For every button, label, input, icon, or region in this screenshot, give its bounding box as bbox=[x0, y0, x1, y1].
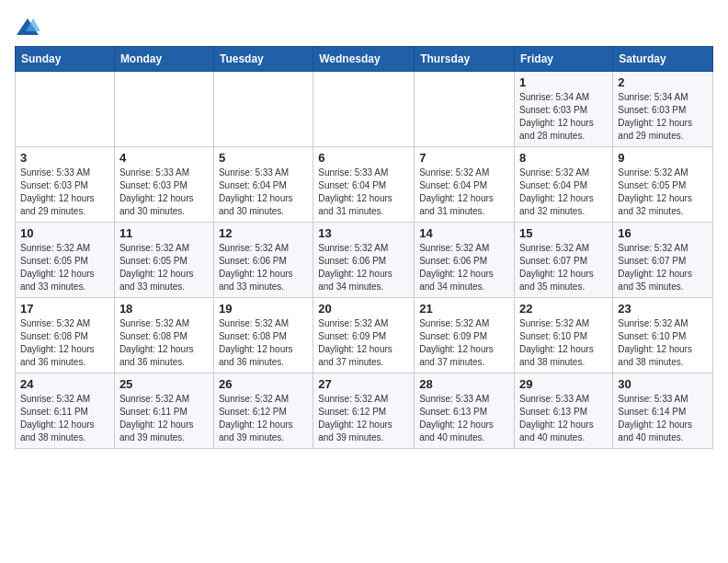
day-cell: 16Sunrise: 5:32 AM Sunset: 6:07 PM Dayli… bbox=[613, 223, 713, 298]
day-number: 5 bbox=[219, 151, 308, 165]
day-number: 17 bbox=[20, 302, 109, 316]
day-cell: 26Sunrise: 5:32 AM Sunset: 6:12 PM Dayli… bbox=[213, 373, 313, 449]
day-number: 22 bbox=[519, 302, 608, 316]
day-number: 14 bbox=[419, 226, 509, 240]
day-info: Sunrise: 5:33 AM Sunset: 6:14 PM Dayligh… bbox=[618, 393, 708, 444]
day-cell: 8Sunrise: 5:32 AM Sunset: 6:04 PM Daylig… bbox=[515, 147, 613, 223]
day-number: 12 bbox=[219, 226, 308, 240]
day-cell: 6Sunrise: 5:33 AM Sunset: 6:04 PM Daylig… bbox=[313, 147, 415, 223]
day-info: Sunrise: 5:32 AM Sunset: 6:06 PM Dayligh… bbox=[219, 242, 308, 293]
day-cell: 10Sunrise: 5:32 AM Sunset: 6:05 PM Dayli… bbox=[16, 223, 115, 298]
day-cell: 15Sunrise: 5:32 AM Sunset: 6:07 PM Dayli… bbox=[515, 223, 613, 298]
day-cell: 3Sunrise: 5:33 AM Sunset: 6:03 PM Daylig… bbox=[16, 147, 115, 223]
day-cell bbox=[313, 72, 415, 147]
day-info: Sunrise: 5:32 AM Sunset: 6:04 PM Dayligh… bbox=[519, 167, 608, 218]
day-info: Sunrise: 5:32 AM Sunset: 6:07 PM Dayligh… bbox=[618, 242, 708, 293]
day-info: Sunrise: 5:34 AM Sunset: 6:03 PM Dayligh… bbox=[618, 91, 708, 143]
logo bbox=[15, 15, 44, 40]
day-info: Sunrise: 5:32 AM Sunset: 6:07 PM Dayligh… bbox=[519, 242, 608, 293]
day-cell: 20Sunrise: 5:32 AM Sunset: 6:09 PM Dayli… bbox=[313, 298, 415, 373]
day-cell: 28Sunrise: 5:33 AM Sunset: 6:13 PM Dayli… bbox=[415, 373, 515, 449]
day-number: 3 bbox=[20, 151, 109, 165]
day-cell: 13Sunrise: 5:32 AM Sunset: 6:06 PM Dayli… bbox=[313, 223, 415, 298]
day-info: Sunrise: 5:32 AM Sunset: 6:11 PM Dayligh… bbox=[119, 393, 209, 444]
day-number: 28 bbox=[419, 377, 509, 391]
day-info: Sunrise: 5:32 AM Sunset: 6:06 PM Dayligh… bbox=[419, 242, 509, 293]
day-cell: 24Sunrise: 5:32 AM Sunset: 6:11 PM Dayli… bbox=[16, 373, 115, 449]
day-cell: 12Sunrise: 5:32 AM Sunset: 6:06 PM Dayli… bbox=[213, 223, 313, 298]
day-cell: 4Sunrise: 5:33 AM Sunset: 6:03 PM Daylig… bbox=[114, 147, 213, 223]
day-cell: 19Sunrise: 5:32 AM Sunset: 6:08 PM Dayli… bbox=[213, 298, 313, 373]
day-number: 10 bbox=[20, 226, 109, 240]
header-cell-thursday: Thursday bbox=[415, 47, 515, 72]
header-cell-wednesday: Wednesday bbox=[313, 47, 415, 72]
day-number: 9 bbox=[618, 151, 708, 165]
day-number: 15 bbox=[519, 226, 608, 240]
day-number: 30 bbox=[618, 377, 708, 391]
day-cell: 22Sunrise: 5:32 AM Sunset: 6:10 PM Dayli… bbox=[515, 298, 613, 373]
header-cell-saturday: Saturday bbox=[613, 47, 713, 72]
header-cell-friday: Friday bbox=[515, 47, 613, 72]
day-cell: 2Sunrise: 5:34 AM Sunset: 6:03 PM Daylig… bbox=[613, 72, 713, 147]
day-info: Sunrise: 5:32 AM Sunset: 6:12 PM Dayligh… bbox=[219, 393, 308, 444]
week-row-5: 24Sunrise: 5:32 AM Sunset: 6:11 PM Dayli… bbox=[16, 373, 713, 449]
day-number: 24 bbox=[20, 377, 109, 391]
day-info: Sunrise: 5:32 AM Sunset: 6:10 PM Dayligh… bbox=[519, 317, 608, 369]
day-cell: 9Sunrise: 5:32 AM Sunset: 6:05 PM Daylig… bbox=[613, 147, 713, 223]
day-info: Sunrise: 5:32 AM Sunset: 6:09 PM Dayligh… bbox=[419, 317, 509, 369]
day-info: Sunrise: 5:32 AM Sunset: 6:10 PM Dayligh… bbox=[618, 317, 708, 369]
header-cell-monday: Monday bbox=[114, 47, 213, 72]
calendar-table: SundayMondayTuesdayWednesdayThursdayFrid… bbox=[15, 46, 713, 449]
day-info: Sunrise: 5:33 AM Sunset: 6:03 PM Dayligh… bbox=[20, 167, 109, 218]
day-number: 29 bbox=[519, 377, 608, 391]
day-number: 1 bbox=[519, 75, 608, 89]
week-row-3: 10Sunrise: 5:32 AM Sunset: 6:05 PM Dayli… bbox=[16, 223, 713, 298]
day-number: 19 bbox=[219, 302, 308, 316]
day-cell: 25Sunrise: 5:32 AM Sunset: 6:11 PM Dayli… bbox=[114, 373, 213, 449]
day-info: Sunrise: 5:32 AM Sunset: 6:08 PM Dayligh… bbox=[219, 317, 308, 369]
week-row-2: 3Sunrise: 5:33 AM Sunset: 6:03 PM Daylig… bbox=[16, 147, 713, 223]
day-cell: 5Sunrise: 5:33 AM Sunset: 6:04 PM Daylig… bbox=[213, 147, 313, 223]
day-cell: 27Sunrise: 5:32 AM Sunset: 6:12 PM Dayli… bbox=[313, 373, 415, 449]
day-number: 23 bbox=[618, 302, 708, 316]
day-cell: 11Sunrise: 5:32 AM Sunset: 6:05 PM Dayli… bbox=[114, 223, 213, 298]
day-number: 26 bbox=[219, 377, 308, 391]
day-info: Sunrise: 5:32 AM Sunset: 6:06 PM Dayligh… bbox=[318, 242, 409, 293]
day-info: Sunrise: 5:33 AM Sunset: 6:03 PM Dayligh… bbox=[119, 167, 209, 218]
day-info: Sunrise: 5:32 AM Sunset: 6:05 PM Dayligh… bbox=[618, 167, 708, 218]
day-number: 4 bbox=[119, 151, 209, 165]
day-cell: 21Sunrise: 5:32 AM Sunset: 6:09 PM Dayli… bbox=[415, 298, 515, 373]
week-row-1: 1Sunrise: 5:34 AM Sunset: 6:03 PM Daylig… bbox=[16, 72, 713, 147]
page-header bbox=[15, 15, 713, 40]
day-number: 25 bbox=[119, 377, 209, 391]
day-cell: 18Sunrise: 5:32 AM Sunset: 6:08 PM Dayli… bbox=[114, 298, 213, 373]
day-cell bbox=[16, 72, 115, 147]
day-info: Sunrise: 5:32 AM Sunset: 6:04 PM Dayligh… bbox=[419, 167, 509, 218]
day-cell bbox=[114, 72, 213, 147]
day-info: Sunrise: 5:33 AM Sunset: 6:13 PM Dayligh… bbox=[519, 393, 608, 444]
day-info: Sunrise: 5:32 AM Sunset: 6:08 PM Dayligh… bbox=[20, 317, 109, 369]
day-info: Sunrise: 5:33 AM Sunset: 6:04 PM Dayligh… bbox=[318, 167, 409, 218]
day-number: 7 bbox=[419, 151, 509, 165]
day-number: 8 bbox=[519, 151, 608, 165]
day-number: 13 bbox=[318, 226, 409, 240]
day-number: 16 bbox=[618, 226, 708, 240]
header-cell-sunday: Sunday bbox=[16, 47, 115, 72]
day-cell: 29Sunrise: 5:33 AM Sunset: 6:13 PM Dayli… bbox=[515, 373, 613, 449]
day-number: 18 bbox=[119, 302, 209, 316]
header-cell-tuesday: Tuesday bbox=[213, 47, 313, 72]
day-info: Sunrise: 5:33 AM Sunset: 6:13 PM Dayligh… bbox=[419, 393, 509, 444]
day-cell: 1Sunrise: 5:34 AM Sunset: 6:03 PM Daylig… bbox=[515, 72, 613, 147]
day-info: Sunrise: 5:32 AM Sunset: 6:11 PM Dayligh… bbox=[20, 393, 109, 444]
day-info: Sunrise: 5:32 AM Sunset: 6:08 PM Dayligh… bbox=[119, 317, 209, 369]
week-row-4: 17Sunrise: 5:32 AM Sunset: 6:08 PM Dayli… bbox=[16, 298, 713, 373]
day-cell: 14Sunrise: 5:32 AM Sunset: 6:06 PM Dayli… bbox=[415, 223, 515, 298]
day-info: Sunrise: 5:33 AM Sunset: 6:04 PM Dayligh… bbox=[219, 167, 308, 218]
day-info: Sunrise: 5:32 AM Sunset: 6:05 PM Dayligh… bbox=[20, 242, 109, 293]
day-cell bbox=[415, 72, 515, 147]
day-cell: 23Sunrise: 5:32 AM Sunset: 6:10 PM Dayli… bbox=[613, 298, 713, 373]
day-info: Sunrise: 5:32 AM Sunset: 6:09 PM Dayligh… bbox=[318, 317, 409, 369]
day-number: 20 bbox=[318, 302, 409, 316]
day-cell bbox=[213, 72, 313, 147]
day-number: 21 bbox=[419, 302, 509, 316]
